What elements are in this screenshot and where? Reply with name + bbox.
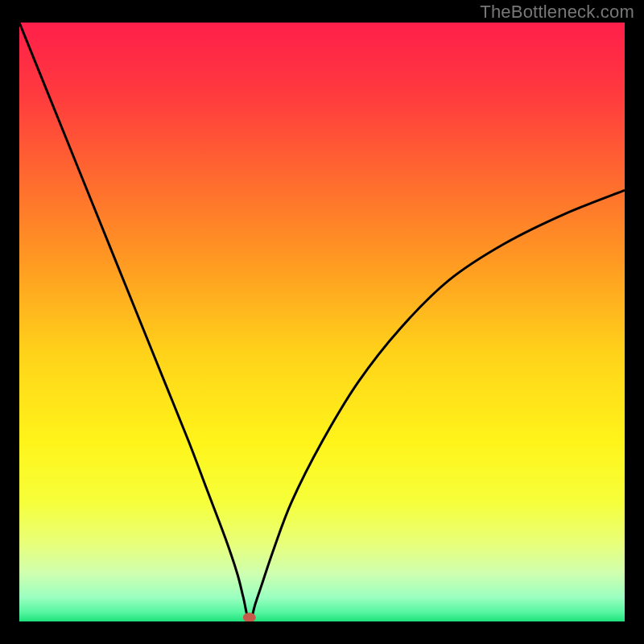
plot-background bbox=[19, 23, 625, 621]
chart-frame: TheBottleneck.com bbox=[0, 0, 644, 644]
bottleneck-chart bbox=[0, 0, 644, 644]
watermark-text: TheBottleneck.com bbox=[480, 2, 634, 23]
optimum-marker bbox=[243, 613, 256, 622]
